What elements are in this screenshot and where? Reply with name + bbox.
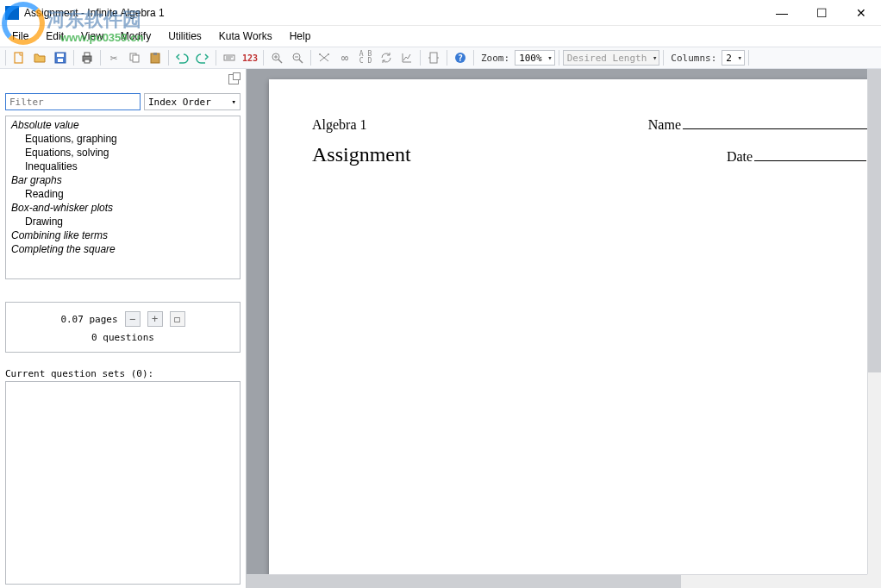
undo-icon[interactable] (172, 48, 191, 67)
close-button[interactable]: ✕ (841, 0, 881, 26)
course-label: Algebra 1 (312, 117, 367, 133)
svg-rect-6 (84, 59, 90, 63)
topic-category[interactable]: Combining like terms (6, 228, 240, 242)
menu-utilities[interactable]: Utilities (159, 28, 210, 45)
svg-rect-5 (84, 53, 90, 56)
question-sets-list[interactable] (5, 381, 241, 585)
increase-button[interactable]: + (147, 311, 163, 327)
infinity-icon[interactable]: ∞ (335, 48, 354, 67)
topic-item[interactable]: Drawing (6, 215, 240, 228)
app-icon (5, 6, 19, 20)
desired-length-select[interactable]: Desired Length (563, 50, 660, 66)
numbering-icon[interactable]: 123 (241, 48, 259, 67)
topic-item[interactable]: Equations, graphing (6, 132, 240, 146)
index-order-select[interactable]: Index Order (144, 93, 241, 110)
save-icon[interactable] (51, 48, 70, 67)
minimize-button[interactable]: — (762, 0, 802, 26)
filter-input[interactable] (5, 93, 141, 110)
zoom-label: Zoom: (478, 53, 513, 64)
help-icon[interactable]: ? (451, 48, 470, 67)
date-field: Date F (727, 149, 881, 165)
vertical-scrollbar[interactable] (867, 69, 881, 574)
zoom-in-icon[interactable] (267, 48, 286, 67)
toolbar: ✂ 123 ∞ A BC D ? Zoom: 100% Desired Leng… (0, 47, 881, 69)
topic-category[interactable]: Box-and-whisker plots (6, 201, 240, 215)
topic-category[interactable]: Bar graphs (6, 173, 240, 187)
window-title: Assignment - Infinite Algebra 1 (24, 7, 762, 19)
columns-label: Columns: (667, 53, 720, 64)
document-page[interactable]: Algebra 1 Name Assignment Date F (269, 79, 881, 588)
choices-icon[interactable]: A BC D (356, 48, 375, 67)
dock-icon[interactable] (228, 74, 239, 84)
graph-icon[interactable] (397, 48, 416, 67)
topic-list[interactable]: Absolute value Equations, graphing Equat… (5, 116, 241, 279)
topic-item[interactable]: Inequalities (6, 160, 240, 173)
cut-icon[interactable]: ✂ (104, 48, 123, 67)
svg-line-15 (278, 59, 282, 63)
sidebar: Index Order Absolute value Equations, gr… (0, 69, 247, 588)
svg-rect-8 (133, 55, 139, 62)
svg-rect-25 (430, 53, 437, 63)
menu-edit[interactable]: Edit (37, 28, 72, 45)
scramble-icon[interactable] (315, 48, 334, 67)
svg-rect-3 (58, 59, 63, 62)
menu-file[interactable]: File (3, 28, 37, 45)
columns-select[interactable]: 2 (722, 50, 745, 66)
svg-text:?: ? (458, 53, 463, 63)
titlebar: Assignment - Infinite Algebra 1 — ☐ ✕ (0, 0, 881, 26)
stop-button[interactable]: ◻ (170, 311, 185, 327)
menu-view[interactable]: View (72, 28, 112, 45)
menu-modify[interactable]: Modify (112, 28, 159, 45)
spacing-icon[interactable] (424, 48, 443, 67)
svg-rect-0 (15, 53, 22, 63)
paste-icon[interactable] (146, 48, 165, 67)
redo-icon[interactable] (193, 48, 212, 67)
assignment-title: Assignment (312, 143, 411, 166)
svg-line-19 (299, 59, 303, 63)
decrease-button[interactable]: − (125, 311, 141, 327)
svg-rect-11 (224, 55, 234, 60)
pages-count: 0.07 pages (60, 314, 117, 325)
menubar: File Edit View Modify Utilities Kuta Wor… (0, 26, 881, 47)
topic-item[interactable]: Reading (6, 187, 240, 201)
questions-count: 0 questions (13, 332, 233, 343)
regenerate-icon[interactable] (377, 48, 396, 67)
menu-kuta-works[interactable]: Kuta Works (210, 28, 281, 45)
maximize-button[interactable]: ☐ (802, 0, 841, 26)
question-sets-label: Current question sets (0): (5, 368, 241, 379)
svg-rect-2 (57, 53, 64, 57)
stats-panel: 0.07 pages − + ◻ 0 questions (5, 302, 241, 353)
print-icon[interactable] (78, 48, 97, 67)
svg-rect-10 (153, 53, 157, 55)
open-icon[interactable] (30, 48, 49, 67)
topic-item[interactable]: Equations, solving (6, 146, 240, 160)
name-field: Name (648, 117, 881, 133)
copy-icon[interactable] (125, 48, 144, 67)
new-icon[interactable] (9, 48, 28, 67)
svg-point-21 (319, 53, 321, 55)
svg-point-22 (328, 53, 329, 55)
horizontal-scrollbar[interactable] (247, 574, 867, 588)
document-area: Algebra 1 Name Assignment Date F (247, 69, 881, 588)
menu-help[interactable]: Help (281, 28, 320, 45)
directions-icon[interactable] (220, 48, 239, 67)
topic-category[interactable]: Completing the square (6, 242, 240, 256)
topic-category[interactable]: Absolute value (6, 118, 240, 132)
scroll-corner (867, 574, 881, 588)
zoom-select[interactable]: 100% (515, 50, 555, 66)
zoom-out-icon[interactable] (288, 48, 307, 67)
